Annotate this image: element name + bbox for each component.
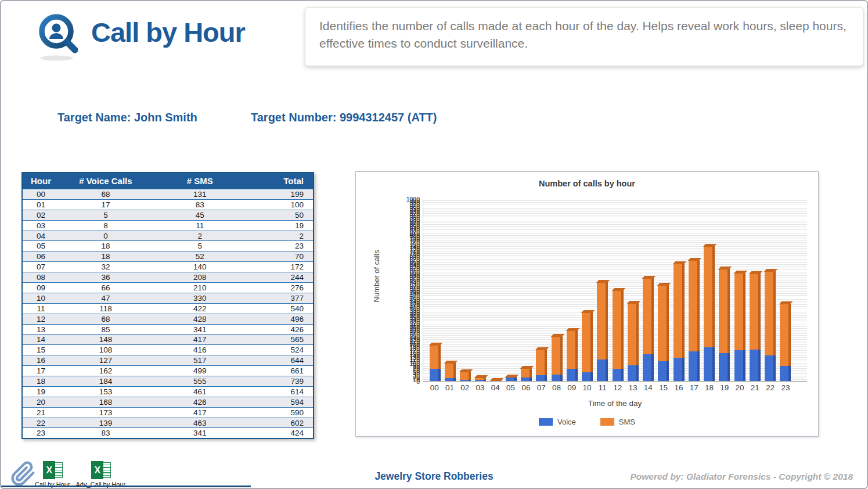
bar-slot	[702, 199, 717, 381]
table-cell: 330	[152, 293, 248, 303]
table-cell: 555	[152, 376, 248, 387]
table-row: 11118422540	[22, 303, 314, 314]
voice-segment	[567, 369, 578, 381]
y-axis-ticks: 0102030405060708090100110120130140150160…	[394, 199, 421, 382]
table-cell: 52	[152, 251, 248, 262]
table-cell: 11	[152, 220, 248, 231]
table-cell: 15	[22, 345, 59, 355]
table-cell: 139	[59, 418, 152, 428]
x-tick-label: 01	[442, 383, 457, 392]
x-tick-label: 06	[518, 383, 534, 392]
sms-segment	[780, 304, 791, 366]
description-text: Identifies the number of calls made at e…	[319, 17, 849, 52]
x-tick-label: 17	[686, 383, 701, 392]
voice-segment	[643, 354, 654, 381]
table-cell: 377	[248, 293, 314, 303]
x-tick-label: 08	[549, 383, 564, 392]
table-cell: 70	[248, 251, 314, 262]
table-cell: 118	[59, 303, 152, 314]
table-cell: 20	[22, 397, 59, 407]
table-cell: 428	[152, 314, 248, 324]
table-cell: 23	[248, 241, 314, 251]
table-row: 19153461614	[22, 386, 314, 397]
x-tick-label: 20	[732, 383, 747, 392]
table-cell: 23	[22, 428, 59, 438]
table-cell: 12	[22, 314, 59, 324]
voice-segment	[506, 377, 517, 381]
table-cell: 148	[59, 335, 152, 345]
voice-segment	[734, 350, 745, 381]
table-cell: 19	[22, 386, 59, 397]
table-cell: 00	[22, 189, 59, 200]
bar-slot	[473, 199, 488, 381]
table-cell: 424	[248, 428, 314, 438]
sms-segment	[445, 363, 456, 378]
table-cell: 199	[248, 189, 314, 200]
column-header-hour: Hour	[22, 172, 59, 189]
voice-segment	[780, 366, 791, 381]
stacked-bar-20	[734, 273, 745, 382]
sms-segment	[536, 350, 547, 375]
table-row: 18184555739	[22, 376, 314, 387]
stacked-bar-09	[567, 330, 578, 381]
table-cell: 17	[59, 199, 152, 210]
sms-segment	[658, 285, 669, 361]
stacked-bar-04	[491, 380, 502, 381]
sms-segment	[628, 303, 639, 365]
table-row: 17162499661	[22, 366, 314, 376]
table-row: 011783100	[22, 199, 314, 210]
stacked-bar-22	[765, 271, 776, 381]
x-tick-label: 16	[671, 383, 686, 392]
table-cell: 100	[248, 199, 314, 210]
table-cell: 11	[22, 303, 59, 314]
table-cell: 590	[248, 407, 314, 418]
sms-segment	[521, 368, 532, 377]
table-cell: 5	[59, 210, 152, 220]
stacked-bar-17	[689, 260, 700, 381]
sms-segment	[552, 336, 563, 374]
table-cell: 83	[59, 428, 152, 438]
bar-slot	[534, 199, 549, 381]
voice-segment	[430, 369, 441, 381]
stacked-bar-19	[719, 269, 730, 381]
table-row: 16127517644	[22, 355, 314, 366]
stacked-bar-00	[430, 345, 441, 381]
x-tick-label: 11	[595, 383, 610, 392]
table-cell: 02	[22, 210, 59, 220]
voice-segment	[613, 369, 624, 381]
bar-slot	[564, 199, 579, 381]
bar-top-face	[428, 343, 442, 346]
table-cell: 127	[59, 355, 152, 366]
table-cell: 06	[22, 251, 59, 262]
calls-table: Hour # Voice Calls # SMS Total 006813119…	[21, 172, 314, 439]
table-cell: 68	[59, 189, 152, 200]
table-cell: 210	[152, 283, 248, 293]
table-cell: 426	[248, 324, 314, 335]
table-cell: 2	[152, 231, 248, 241]
table-cell: 244	[248, 272, 314, 283]
stacked-bar-23	[780, 304, 791, 381]
bar-slot	[656, 199, 671, 381]
table-cell: 10	[22, 293, 59, 303]
table-cell: 14	[22, 335, 59, 345]
table-cell: 16	[22, 355, 59, 366]
table-cell: 07	[22, 262, 59, 272]
x-axis-labels: 0001020304050607080910111213141516171819…	[423, 383, 807, 392]
bar-slot	[488, 199, 503, 381]
table-cell: 131	[152, 189, 248, 200]
table-row: 06185270	[22, 251, 314, 262]
table-row: 04022	[22, 231, 314, 241]
bar-slot	[763, 199, 778, 381]
voice-segment	[582, 372, 593, 381]
table-cell: 0	[59, 231, 152, 241]
bar-top-face	[444, 361, 458, 364]
x-tick-label: 13	[625, 383, 640, 392]
x-tick-label: 22	[763, 383, 778, 392]
table-row: 20168426594	[22, 397, 314, 407]
bar-slot	[427, 199, 442, 381]
calls-table-body: 0068131199011783100025455003811190402205…	[22, 189, 314, 438]
stacked-bar-01	[445, 363, 456, 381]
table-cell: 04	[22, 231, 59, 241]
bar-slot	[778, 199, 793, 381]
bar-slot	[610, 199, 625, 381]
